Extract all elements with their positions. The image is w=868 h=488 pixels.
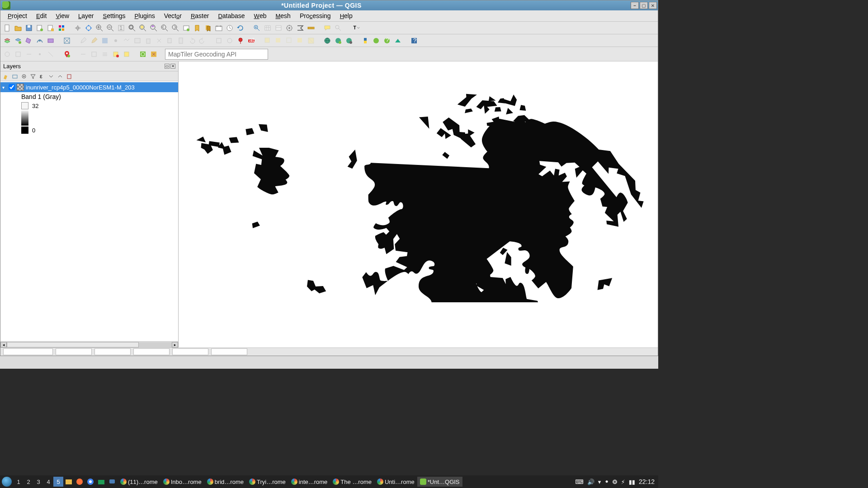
snap3-button[interactable] [24,49,34,59]
select-features-button[interactable] [263,36,273,46]
show-bookmarks-button[interactable] [203,23,213,33]
invert-selection-button[interactable] [306,36,316,46]
snap2-button[interactable] [13,49,23,59]
temporal-navigator-button[interactable] [225,23,235,33]
open-project-button[interactable] [13,23,23,33]
no-action-button[interactable]: T [349,23,363,33]
new-spatialite-button[interactable] [35,36,45,46]
pan-map-button[interactable] [73,23,83,33]
plugin2-button[interactable]: ? [382,36,392,46]
zoom-in-button[interactable] [94,23,104,33]
workspace-2[interactable]: 2 [24,477,33,487]
layer-tree[interactable]: ▾ inunriver_rcp4p5_00000NorESM1-M_203 Ba… [0,81,178,341]
enable-tracing-button[interactable] [225,36,235,46]
snap1-button[interactable] [2,49,12,59]
plugin3-button[interactable] [393,36,403,46]
new-shapefile-button[interactable] [24,36,34,46]
map-tips-button[interactable] [322,23,332,33]
python-console-button[interactable] [360,36,370,46]
volume-icon[interactable]: 🔊 [587,479,594,485]
toolbox-button[interactable] [284,23,294,33]
toggle-editing-button[interactable] [89,36,99,46]
show-layout-manager-button[interactable] [46,23,56,33]
layer-styling-button[interactable] [2,73,9,80]
layer-visibility-checkbox[interactable] [9,84,15,90]
workspace-5[interactable]: 5 [53,477,63,487]
statistics-button[interactable] [295,23,305,33]
bluetooth-icon[interactable]: ⚫ [604,479,609,485]
taskbar-entry-6[interactable]: Unti…rome [374,477,417,487]
zoom-to-selection-button[interactable] [138,23,148,33]
menu-mesh[interactable]: Mesh [271,11,295,21]
layer-expand-icon[interactable]: ▾ [2,85,7,90]
panel-close-button[interactable]: ✕ [170,64,175,69]
quickosm-query-button[interactable] [149,49,159,59]
panel-undock-button[interactable]: ▭ [165,64,170,69]
location-button[interactable] [62,49,72,59]
style-manager-button[interactable] [57,23,66,33]
modify-attributes-button[interactable] [132,36,142,46]
workspace-3[interactable]: 3 [33,477,43,487]
menu-processing[interactable]: Processing [295,11,335,21]
zoom-full-button[interactable] [127,23,137,33]
chrome-icon[interactable] [86,477,95,486]
scrollbar-track[interactable] [7,342,172,347]
select-all-button[interactable] [295,36,305,46]
clock[interactable]: 22:12 [639,478,655,485]
file-manager-icon[interactable] [64,477,73,486]
help-button[interactable]: ? [409,36,419,46]
processing2-button[interactable] [89,49,99,59]
layers-panel-scrollbar[interactable]: ◂ ▸ [0,341,178,347]
cut-features-button[interactable] [154,36,164,46]
zoom-last-button[interactable] [160,23,170,33]
menu-vector[interactable]: Vector [160,11,186,21]
identify-features-button[interactable] [252,23,262,33]
zoom-next-button[interactable] [170,23,180,33]
firefox-icon[interactable] [75,477,84,486]
metasearch-button[interactable] [322,36,332,46]
new-bookmark-button[interactable] [192,23,202,33]
quickosm-button[interactable] [138,49,148,59]
delete-selected-button[interactable] [143,36,153,46]
chat-icon[interactable] [108,477,117,486]
filter-by-expression-button[interactable]: ε [38,73,46,80]
menu-settings[interactable]: Settings [99,11,130,21]
window-close-button[interactable]: ✕ [649,2,657,9]
start-menu-button[interactable] [2,477,12,487]
more-tray-icon[interactable]: ▮▮ [629,479,635,485]
paste-features-button[interactable] [176,36,186,46]
zoom-to-layer-button[interactable] [149,23,159,33]
text-annotation-button[interactable] [333,23,343,33]
new-mesh-layer-button[interactable] [62,36,72,46]
menu-edit[interactable]: Edit [32,11,51,21]
copy-features-button[interactable] [165,36,175,46]
new-geopackage-button[interactable] [13,36,23,46]
menu-web[interactable]: Web [250,11,271,21]
taskbar-entry-0[interactable]: (11)…rome [118,477,160,487]
folder-icon[interactable] [97,477,106,486]
maptiler-settings-button[interactable] [344,36,354,46]
taskbar-entry-2[interactable]: brid…rome [204,477,246,487]
digitize-shape-button[interactable] [214,36,224,46]
undo-button[interactable] [187,36,197,46]
open-attribute-table-button[interactable] [263,23,273,33]
redo-button[interactable] [198,36,208,46]
zoom-native-button[interactable]: 1 [116,23,126,33]
expand-all-button[interactable] [47,73,55,80]
taskbar-entry-5[interactable]: The …rome [330,477,374,487]
temporal-controller-button[interactable] [214,23,224,33]
save-edits-button[interactable] [100,36,110,46]
snap5-button[interactable] [46,49,56,59]
menu-layer[interactable]: Layer [74,11,98,21]
menu-database[interactable]: Database [213,11,249,21]
status-field-2[interactable] [56,348,92,355]
manage-visibility-button[interactable] [20,73,28,80]
keyboard-icon[interactable]: ⌨ [575,479,584,485]
vertex-tool-button[interactable] [122,36,132,46]
deselect-all-button[interactable] [284,36,294,46]
refresh-button[interactable] [236,23,245,33]
workspace-1[interactable]: 1 [14,477,24,487]
open-data-source-button[interactable] [2,36,12,46]
add-maptiler-button[interactable] [333,36,343,46]
window-minimize-button[interactable]: – [631,2,639,9]
